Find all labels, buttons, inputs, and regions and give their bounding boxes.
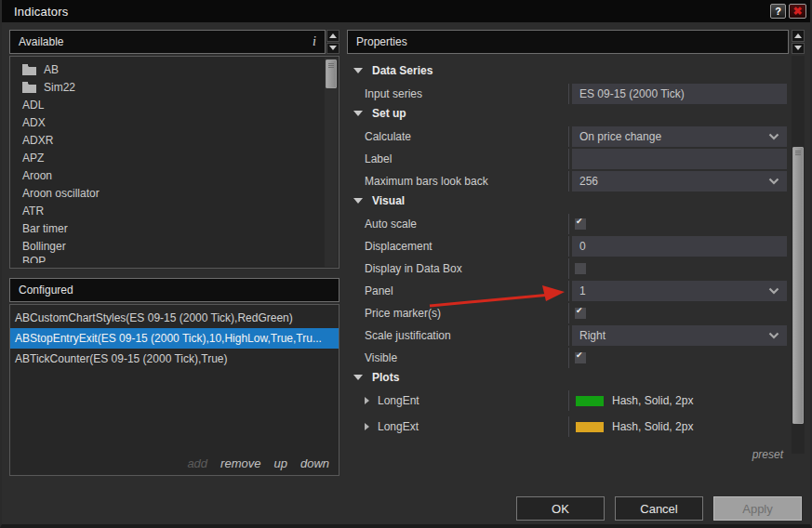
price-markers-checkbox[interactable] <box>575 308 586 319</box>
section-data-series[interactable]: Data Series <box>352 63 789 78</box>
available-item-label: AB <box>44 63 59 76</box>
visible-checkbox[interactable] <box>575 352 586 363</box>
configured-item-label: ABStopEntryExit(ES 09-15 (2000 Tick),10,… <box>15 332 322 345</box>
add-link[interactable]: add <box>187 456 207 470</box>
property-label: Display in Data Box <box>352 258 568 279</box>
down-link[interactable]: down <box>300 456 329 470</box>
properties-grid: Data Series Input series ES 09-15 (2000 … <box>347 54 789 480</box>
available-scrollbar-thumb[interactable] <box>326 59 337 88</box>
available-spin-up-button[interactable] <box>326 30 339 42</box>
close-button[interactable] <box>789 4 806 19</box>
available-item-label: Bollinger <box>22 240 66 253</box>
up-link[interactable]: up <box>273 456 286 470</box>
property-row-scale-justification: Scale justification Right <box>352 325 789 346</box>
properties-spinner <box>792 30 805 54</box>
down-arrow-icon <box>329 46 337 50</box>
section-set-up[interactable]: Set up <box>352 106 789 121</box>
max-bars-dropdown[interactable]: 256 <box>572 171 787 191</box>
help-button[interactable]: ? <box>770 4 786 19</box>
plot-color-swatch <box>576 422 604 432</box>
available-item-label: Aroon oscillator <box>22 187 100 200</box>
section-plots[interactable]: Plots <box>352 370 789 385</box>
plot-name: LongExt <box>378 420 419 433</box>
collapse-arrow-icon <box>353 198 363 204</box>
input-series-field[interactable]: ES 09-15 (2000 Tick) <box>572 84 787 104</box>
property-row-input-series: Input series ES 09-15 (2000 Tick) <box>352 84 789 104</box>
plot-row-longent[interactable]: LongEnt Hash, Solid, 2px <box>352 390 789 411</box>
section-visual[interactable]: Visual <box>352 193 789 208</box>
available-item-bop[interactable]: BOP <box>10 255 339 263</box>
field-value: On price change <box>579 130 661 143</box>
collapse-arrow-icon <box>353 111 363 116</box>
available-item-label: APZ <box>22 152 44 165</box>
properties-spin-down-button[interactable] <box>792 43 805 55</box>
ok-button[interactable]: OK <box>516 496 605 521</box>
displacement-input[interactable]: 0 <box>572 236 787 257</box>
auto-scale-checkbox[interactable] <box>575 218 586 230</box>
available-list: AB Sim22 ADL ADX ADXR APZ Aroon Aroon os… <box>9 56 339 269</box>
footer: OK Cancel Apply <box>2 496 802 521</box>
configured-item-label: ABTickCounter(ES 09-15 (2000 Tick),True) <box>15 352 228 365</box>
plot-style-text: Hash, Solid, 2px <box>612 420 693 433</box>
available-item-label: ADX <box>22 116 46 129</box>
available-item-bar-timer[interactable]: Bar timer <box>10 219 339 237</box>
window-title: Indicators <box>2 5 68 19</box>
available-item-sim22[interactable]: Sim22 <box>10 78 339 96</box>
available-item-adxr[interactable]: ADXR <box>10 131 339 149</box>
section-title: Set up <box>372 107 406 120</box>
plot-color-swatch <box>576 396 604 406</box>
plot-name: LongEnt <box>378 394 419 407</box>
property-label: Price marker(s) <box>352 303 568 323</box>
field-value: Right <box>579 329 606 342</box>
available-item-aroon[interactable]: Aroon <box>10 166 339 184</box>
display-in-data-box-checkbox[interactable] <box>575 263 586 274</box>
configured-panel-header: Configured <box>9 278 339 302</box>
available-spin-down-button[interactable] <box>326 43 339 55</box>
configured-item[interactable]: ABCustomChartStyles(ES 09-15 (2000 Tick)… <box>10 308 339 328</box>
available-scrollbar[interactable] <box>325 58 338 267</box>
property-row-auto-scale: Auto scale <box>352 214 789 234</box>
chevron-down-icon <box>768 130 779 143</box>
panel-dropdown[interactable]: 1 <box>572 281 787 301</box>
available-item-label: ADXR <box>22 134 53 147</box>
available-header-label: Available <box>19 35 63 48</box>
titlebar[interactable]: Indicators ? <box>2 0 810 22</box>
configured-item-label: ABCustomChartStyles(ES 09-15 (2000 Tick)… <box>15 311 293 324</box>
scale-justification-dropdown[interactable]: Right <box>572 325 787 346</box>
available-item-apz[interactable]: APZ <box>10 149 339 166</box>
collapse-arrow-icon <box>353 68 363 73</box>
available-item-ab[interactable]: AB <box>10 60 339 78</box>
properties-panel-header: Properties <box>347 30 789 54</box>
expand-arrow-icon <box>365 397 369 404</box>
preset-link[interactable]: preset <box>352 448 789 461</box>
properties-spin-up-button[interactable] <box>792 30 805 42</box>
properties-scrollbar[interactable] <box>792 56 805 454</box>
field-value: 1 <box>579 284 586 297</box>
configured-item-selected[interactable]: ABStopEntryExit(ES 09-15 (2000 Tick),10,… <box>10 328 339 349</box>
remove-link[interactable]: remove <box>220 456 260 470</box>
folder-icon <box>22 64 36 75</box>
available-item-label: ATR <box>22 205 44 218</box>
available-item-atr[interactable]: ATR <box>10 202 339 219</box>
property-label: Label <box>352 149 568 169</box>
info-icon[interactable]: i <box>313 34 316 49</box>
property-label: Visible <box>352 348 568 368</box>
cancel-button[interactable]: Cancel <box>615 496 703 521</box>
available-item-adx[interactable]: ADX <box>10 113 339 131</box>
apply-button[interactable]: Apply <box>713 496 802 521</box>
available-item-label: Aroon <box>22 169 52 182</box>
available-spinner <box>326 30 339 54</box>
properties-scrollbar-thumb[interactable] <box>792 147 804 424</box>
property-row-data-box: Display in Data Box <box>352 258 789 279</box>
property-row-displacement: Displacement 0 <box>352 236 789 257</box>
available-item-adl[interactable]: ADL <box>10 96 339 113</box>
up-arrow-icon <box>329 33 337 38</box>
configured-item[interactable]: ABTickCounter(ES 09-15 (2000 Tick),True) <box>10 349 339 369</box>
property-row-panel: Panel 1 <box>352 281 789 301</box>
property-label: Calculate <box>352 126 568 147</box>
available-item-aroon-oscillator[interactable]: Aroon oscillator <box>10 184 339 202</box>
label-input[interactable] <box>572 149 787 169</box>
plot-row-longext[interactable]: LongExt Hash, Solid, 2px <box>352 416 789 437</box>
calculate-dropdown[interactable]: On price change <box>572 126 787 147</box>
available-item-bollinger[interactable]: Bollinger <box>10 237 339 255</box>
